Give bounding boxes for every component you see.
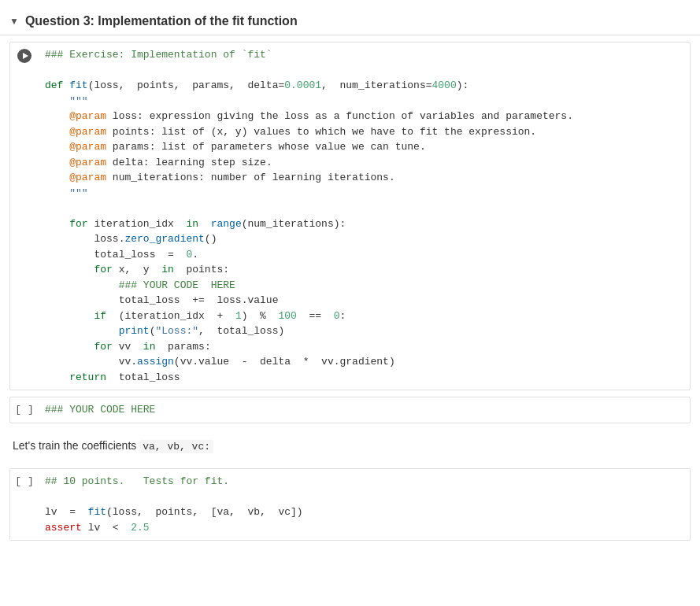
bracket-content-3: ## 10 points. Tests for fit. lv = fit(lo… [39,469,690,540]
chevron-down-icon[interactable]: ▼ [9,16,19,27]
section-title: Question 3: Implementation of the fit fu… [25,14,298,28]
code-cell-3: [ ] ## 10 points. Tests for fit. lv = fi… [9,468,691,541]
code-cell-1: ### Exercise: Implementation of `fit` de… [9,42,691,390]
run-button[interactable] [10,42,39,71]
prose-1: Let's train the coefficients va, vb, vc: [0,430,700,463]
prose-code-1: va, vb, vc: [139,440,213,453]
bracket-content-2: ### YOUR CODE HERE [39,397,690,423]
page: ▼ Question 3: Implementation of the fit … [0,0,700,606]
code-content-1: ### Exercise: Implementation of `fit` de… [39,42,690,390]
prose-text-1: Let's train the coefficients [13,439,139,452]
section-header: ▼ Question 3: Implementation of the fit … [0,8,700,35]
cell-bracket-3: [ ] [10,469,39,493]
run-icon [17,49,31,63]
code-cell-2: [ ] ### YOUR CODE HERE [9,397,691,423]
cell-bracket-2: [ ] [10,397,39,422]
